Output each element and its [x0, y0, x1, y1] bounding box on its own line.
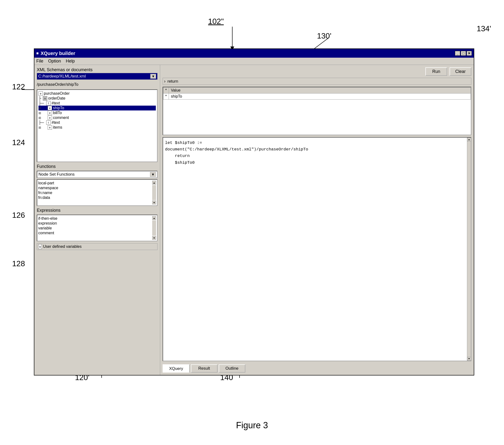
expressions-scrollbar: ▲ ▼	[152, 216, 156, 240]
functions-list: local-part namespace fn:name fn:data ▲ ▼	[37, 179, 158, 206]
tree-item-billto[interactable]: ⊞ e billTo	[38, 111, 156, 115]
expressions-section: Expressions if-then-else expression vari…	[37, 208, 158, 241]
table-shipto-cell: shipTo	[169, 94, 471, 99]
clear-button[interactable]: Clear	[450, 67, 471, 76]
xml-schema-arrow-icon: ▼	[150, 74, 156, 79]
run-button[interactable]: Run	[425, 67, 447, 76]
tree-expand-icon: ⊞	[38, 111, 42, 115]
tree-label-text1: #text	[52, 101, 60, 105]
tree-icon-element: e	[48, 116, 52, 120]
tab-xquery[interactable]: XQuery	[162, 364, 190, 373]
left-panel: XML Schemas or documents C:/hardeep/XLML…	[34, 65, 160, 375]
tree-expand-icon: ⊞	[38, 106, 42, 110]
label-126: 126	[12, 211, 25, 220]
tree-item-purchaseorder[interactable]: e purchaseOrder	[38, 91, 156, 96]
menu-help[interactable]: Help	[66, 59, 75, 64]
tree-icon-element: e	[48, 125, 52, 130]
minimize-button[interactable]: _	[455, 51, 460, 56]
tree-label-shipto: shipTo	[53, 106, 64, 110]
var-icon: v	[38, 244, 42, 249]
tree-label-orderdate: orderDate	[48, 96, 65, 100]
title-bar-controls: _ □ ✕	[455, 51, 472, 56]
user-vars-label: User defined variables	[43, 244, 82, 249]
expr-scroll-down-button[interactable]: ▼	[152, 236, 156, 240]
title-bar: ■ XQuery builder _ □ ✕	[34, 49, 474, 58]
functions-dropdown-value: Node Set Functions	[38, 172, 74, 177]
scroll-up-button[interactable]: ▲	[152, 181, 156, 185]
table-star-header: *	[163, 87, 169, 94]
tree-item-shipto[interactable]: ⊞ e shipTo	[38, 106, 156, 111]
user-vars[interactable]: v User defined variables	[37, 243, 158, 250]
tree-label-comment: comment	[53, 116, 69, 120]
tree-item-orderdate[interactable]: ├ o orderDate	[38, 96, 156, 101]
query-scroll-down-button[interactable]: ▼	[467, 357, 471, 361]
query-scrollbar[interactable]: ▲ ▼	[467, 137, 471, 361]
expr-item-comment[interactable]: comment	[38, 231, 151, 235]
func-item-fndata[interactable]: fn:data	[38, 195, 151, 200]
tree-indent: ├─	[38, 101, 45, 105]
func-item-localpart[interactable]: local-part	[38, 181, 151, 186]
tree-indent: ├	[38, 96, 42, 100]
tree-item-text1[interactable]: ├─ t #text	[38, 101, 156, 106]
tree-icon-text: t	[46, 120, 51, 125]
maximize-button[interactable]: □	[461, 51, 466, 56]
close-button[interactable]: ✕	[467, 51, 472, 56]
functions-section: Functions Node Set Functions ▼ local-par…	[37, 164, 158, 206]
tree-expand-icon: ⊞	[38, 126, 42, 129]
xml-schema-dropdown[interactable]: C:/hardeep/XLML/test.xml ▼	[37, 73, 158, 80]
tree-label-items: items	[53, 125, 62, 130]
tab-outline[interactable]: Outline	[219, 364, 245, 373]
app-icon: ■	[36, 51, 39, 56]
query-text: let $shipTo0 := document("C:/hardeep/XLX…	[165, 139, 469, 166]
tree-icon-text: t	[46, 101, 51, 105]
tree-view[interactable]: e purchaseOrder ├ o orderDate ├─ t #text	[37, 89, 158, 162]
tree-icon-element: e	[48, 106, 52, 110]
xquery-window: ■ XQuery builder _ □ ✕ File Option Help …	[34, 48, 474, 375]
tree-item-text2[interactable]: ├─ t #text	[38, 120, 156, 125]
expr-item-ifthenelse[interactable]: if-then-else	[38, 216, 151, 221]
table-star-cell: *	[163, 94, 169, 99]
tab-result[interactable]: Result	[191, 364, 217, 373]
query-editor[interactable]: let $shipTo0 := document("C:/hardeep/XLX…	[162, 137, 471, 361]
expr-item-expression[interactable]: expression	[38, 221, 151, 226]
expressions-list-items: if-then-else expression variable comment	[38, 216, 151, 240]
func-item-fnname[interactable]: fn:name	[38, 190, 151, 195]
tree-item-items[interactable]: ⊞ e items	[38, 125, 156, 130]
xml-schema-label: XML Schemas or documents	[37, 67, 158, 72]
return-label: return	[167, 79, 178, 84]
label-128: 128	[12, 259, 25, 268]
expr-scroll-up-button[interactable]: ▲	[152, 216, 156, 220]
functions-dropdown[interactable]: Node Set Functions ▼	[37, 171, 158, 178]
xml-schema-section: XML Schemas or documents C:/hardeep/XLML…	[37, 67, 158, 80]
toolbar-row: Run Clear	[162, 67, 471, 76]
bottom-tabs: XQuery Result Outline	[162, 364, 471, 373]
path-label: /purchaseOrder/shipTo	[37, 82, 158, 87]
scroll-down-button[interactable]: ▼	[152, 201, 156, 204]
xml-schema-value: C:/hardeep/XLML/test.xml	[38, 74, 86, 79]
tree-label-text2: #text	[52, 120, 60, 125]
functions-label: Functions	[37, 164, 158, 169]
expr-item-variable[interactable]: variable	[38, 226, 151, 231]
tree-icon-element: e	[48, 111, 52, 115]
result-table: * Value * shipTo	[162, 87, 471, 135]
menu-bar: File Option Help	[34, 58, 474, 65]
figure-caption: Figure 3	[236, 420, 268, 430]
label-102: 102"	[208, 17, 224, 26]
functions-arrow-icon: ▼	[150, 172, 156, 177]
menu-file[interactable]: File	[36, 59, 43, 64]
menu-option[interactable]: Option	[48, 59, 61, 64]
table-row: * shipTo	[163, 94, 471, 99]
content-area: XML Schemas or documents C:/hardeep/XLML…	[34, 65, 474, 375]
label-124: 124	[12, 138, 25, 147]
tree-label-billto: billTo	[53, 111, 62, 115]
arrow-return-icon: ›	[164, 79, 165, 84]
table-value-header: Value	[169, 87, 471, 94]
return-area: › return	[162, 78, 471, 85]
func-item-namespace[interactable]: namespace	[38, 186, 151, 190]
tree-item-comment[interactable]: ⊞ e comment	[38, 115, 156, 120]
tree-label-purchaseorder: purchaseOrder	[44, 91, 70, 96]
query-scroll-up-button[interactable]: ▲	[467, 137, 471, 141]
label-134: 134'	[477, 24, 491, 33]
functions-scrollbar: ▲ ▼	[152, 181, 156, 204]
window-title: XQuery builder	[41, 51, 75, 56]
